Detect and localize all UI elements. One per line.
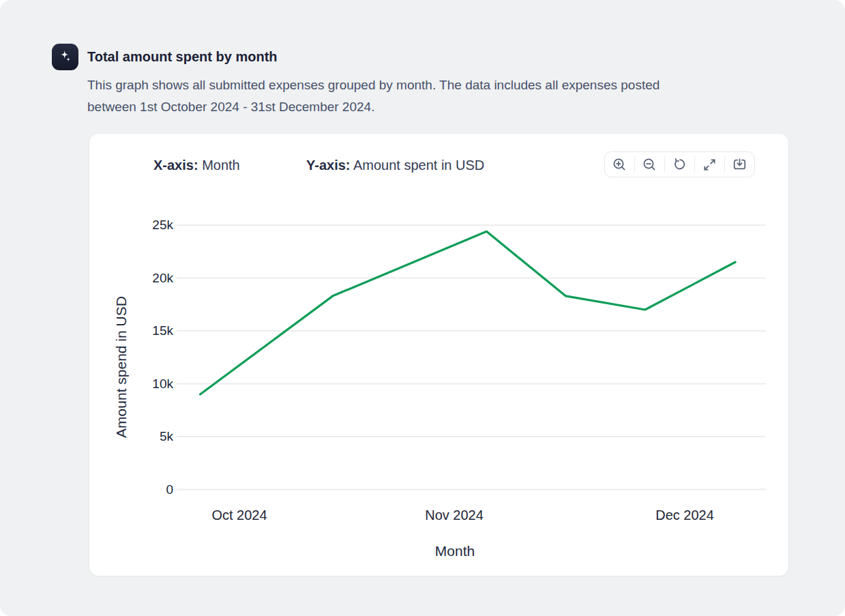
x-tick-label: Nov 2024 [403, 506, 505, 524]
page-description: This graph shows all submitted expenses … [87, 74, 659, 118]
page-description-line-1: This graph shows all submitted expenses … [87, 74, 659, 96]
y-axis-title: Amount spend in USD [113, 296, 130, 438]
y-tick-label: 25k [117, 217, 173, 233]
page-description-line-2: between 1st October 2024 - 31st December… [87, 96, 659, 118]
gridlines [177, 225, 766, 490]
x-tick-label: Oct 2024 [188, 506, 291, 524]
sparkles-icon-glyph [57, 49, 73, 65]
sparkles-icon [52, 44, 78, 70]
expense-line-series [201, 231, 736, 394]
chart-card: X-axis: Month Y-axis: Amount spent in US… [89, 133, 789, 576]
y-tick-label: 20k [117, 270, 173, 287]
page: Total amount spent by month This graph s… [0, 0, 845, 616]
page-title: Total amount spent by month [87, 49, 278, 65]
x-axis-title: Month [435, 543, 475, 559]
x-tick-label: Dec 2024 [634, 506, 736, 524]
y-tick-label: 0 [117, 482, 173, 498]
